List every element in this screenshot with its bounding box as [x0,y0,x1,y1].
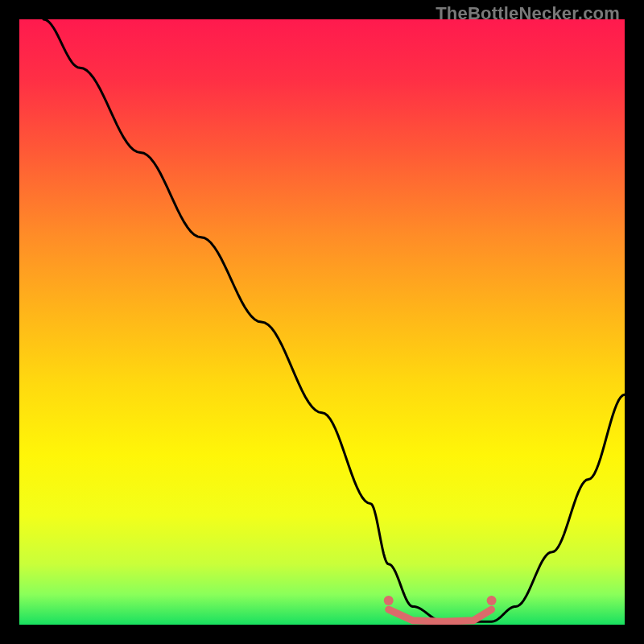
chart-lines [19,19,625,625]
watermark-text: TheBottleNecker.com [436,3,620,24]
flat-zone-highlight [389,609,492,621]
chart-frame: TheBottleNecker.com [0,0,644,644]
highlight-end-dot [487,596,497,605]
plot-area [19,19,625,625]
bottleneck-curve [43,19,625,621]
highlight-end-dot [384,596,394,605]
